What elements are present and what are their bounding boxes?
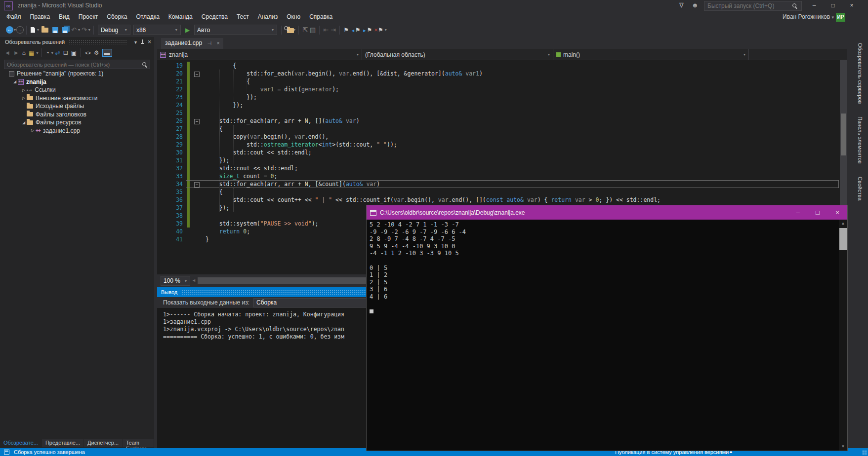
collapse-all-icon[interactable]: ⊟ — [63, 49, 68, 56]
undo-icon[interactable]: ↶ — [71, 26, 77, 34]
start-debug-icon[interactable]: ▶ — [185, 27, 190, 34]
tree-item[interactable]: Решение "znanija" (проектов: 1) — [0, 70, 154, 78]
tree-item[interactable]: Исходные файлы — [0, 102, 154, 111]
avatar[interactable]: ИР — [836, 13, 845, 22]
code-line[interactable]: 32 std::cout << std::endl; — [157, 164, 840, 172]
side-tab-2[interactable]: Панель элементов — [852, 112, 863, 168]
unindent-icon[interactable]: ⇤ — [323, 26, 329, 34]
menu-item-10[interactable]: Анализ — [253, 12, 283, 22]
properties-wrench-icon[interactable]: ⚙ — [94, 49, 99, 56]
sync-with-active-document-icon[interactable]: ⇄ — [55, 49, 60, 56]
tree-item[interactable]: ◢++znanija — [0, 78, 154, 86]
dock-tab[interactable]: Диспетчер... — [84, 439, 122, 447]
pin-icon[interactable]: ⊣ — [207, 40, 212, 46]
tree-item[interactable]: ▷++задание1.cpp — [0, 127, 154, 135]
side-tab-3[interactable]: Свойства — [852, 172, 863, 205]
tree-collapsed-arrow-icon[interactable]: ▷ — [21, 96, 27, 100]
dock-tab[interactable]: Обозревате... — [0, 439, 41, 447]
next-bookmark-icon[interactable]: ►⚑ — [363, 26, 372, 34]
code-line[interactable]: 36 std::cout << count++ << " | " << std:… — [157, 196, 840, 204]
output-source-dropdown[interactable]: Сборка▾ — [253, 298, 378, 307]
scrollbar-thumb[interactable] — [841, 114, 846, 155]
maximize-button[interactable]: □ — [825, 0, 841, 11]
account-name[interactable]: Иван Рогожников ▾ — [783, 13, 834, 20]
menu-item-9[interactable]: Тест — [232, 12, 253, 22]
close-icon[interactable]: × — [217, 40, 220, 46]
bookmark-icon[interactable]: ⚑ — [343, 27, 349, 34]
menu-item-6[interactable]: Отладка — [131, 12, 164, 22]
project-dropdown[interactable]: ++ znanija ▾ — [157, 49, 362, 60]
menu-item-1[interactable]: Файл — [2, 12, 26, 22]
resize-grip[interactable] — [862, 450, 867, 455]
switch-views-icon[interactable]: ▦ — [29, 49, 34, 56]
scrollbar-thumb[interactable] — [839, 228, 847, 250]
menu-item-11[interactable]: Окно — [282, 12, 305, 22]
code-line[interactable]: 30 std::cout << std::endl; — [157, 149, 840, 156]
fold-collapse-icon[interactable]: − — [194, 72, 200, 77]
menu-item-12[interactable]: Справка — [305, 12, 337, 22]
menu-item-4[interactable]: Проект — [74, 12, 103, 22]
code-line[interactable]: 28 copy(var.begin(), var.end(), — [157, 133, 840, 141]
menu-item-7[interactable]: Команда — [164, 12, 197, 22]
forward-icon[interactable]: ► — [13, 49, 19, 56]
menu-item-3[interactable]: Вид — [54, 12, 74, 22]
scope-dropdown[interactable]: (Глобальная область) ▾ — [362, 49, 553, 60]
scroll-up-icon[interactable]: ▲ — [839, 220, 847, 228]
menu-item-2[interactable]: Правка — [26, 12, 55, 22]
feedback-person-icon[interactable]: ☻ — [692, 1, 699, 9]
dock-tab[interactable]: Team Explorer — [123, 439, 154, 447]
code-line[interactable]: 22 var1 = dist(generator); — [157, 85, 840, 93]
code-line[interactable]: 31 }); — [157, 156, 840, 164]
chevron-down-icon[interactable]: ▾ — [14, 28, 16, 32]
tree-item[interactable]: Файлы заголовков — [0, 111, 154, 119]
feedback-funnel-icon[interactable]: ∇ — [679, 1, 684, 9]
chevron-down-icon[interactable]: ▾ — [51, 51, 53, 55]
chevron-down-icon[interactable]: ▾ — [36, 51, 38, 55]
solution-explorer-search-input[interactable] — [4, 60, 150, 69]
code-line[interactable]: 27 { — [157, 125, 840, 133]
pin-icon[interactable] — [141, 39, 144, 44]
save-all-icon[interactable] — [62, 27, 68, 33]
tree-item[interactable]: ◢Файлы ресурсов — [0, 118, 154, 127]
mode-dropdown[interactable]: Авто▾ — [194, 25, 277, 35]
new-file-icon[interactable] — [31, 27, 35, 33]
tree-expanded-arrow-icon[interactable]: ◢ — [12, 79, 18, 84]
console-close-button[interactable]: × — [827, 205, 847, 220]
code-line[interactable]: 35 { — [157, 188, 840, 196]
open-file-icon[interactable] — [41, 28, 48, 33]
clear-bookmarks-icon[interactable]: ×⚑ — [374, 26, 383, 34]
code-line[interactable]: 26− std::for_each(arr, arr + N, [](auto&… — [157, 117, 840, 125]
navigate-back-icon[interactable]: ← — [6, 26, 13, 34]
view-code-icon[interactable]: <> — [85, 50, 91, 56]
fold-collapse-icon[interactable]: − — [194, 119, 200, 124]
chevron-down-icon[interactable]: ▾ — [78, 28, 80, 32]
redo-icon[interactable]: ↷ — [82, 26, 87, 34]
console-window[interactable]: C:\Users\oldbr\source\repos\znanija\Debu… — [366, 205, 848, 451]
comment-icon[interactable]: ▤ — [310, 26, 316, 34]
home-icon[interactable]: ⌂ — [22, 49, 26, 56]
chevron-down-icon[interactable]: ▾ — [37, 28, 39, 32]
console-scrollbar[interactable]: ▲ ▼ — [839, 220, 847, 451]
back-icon[interactable]: ◄ — [4, 49, 10, 56]
console-title-bar[interactable]: C:\Users\oldbr\source\repos\znanija\Debu… — [367, 205, 847, 220]
indent-icon[interactable]: ⇥ — [331, 26, 336, 34]
scroll-down-icon[interactable]: ▼ — [839, 443, 847, 451]
preview-selected-items-icon[interactable]: ▬ — [102, 49, 112, 57]
console-minimize-button[interactable]: – — [788, 205, 808, 220]
show-all-files-icon[interactable]: ▣ — [71, 49, 77, 56]
tree-collapsed-arrow-icon[interactable]: ▷ — [21, 88, 27, 92]
configuration-dropdown[interactable]: Debug▾ — [98, 25, 130, 35]
tree-item[interactable]: ▷▪-▪Ссылки — [0, 86, 154, 94]
side-tab-1[interactable]: Обозреватель серверов — [852, 38, 863, 108]
chevron-down-icon[interactable]: ▾ — [88, 28, 90, 32]
console-maximize-button[interactable]: □ — [808, 205, 827, 220]
tree-item[interactable]: ▷Внешние зависимости — [0, 94, 154, 103]
chevron-down-icon[interactable]: ▾ — [385, 28, 387, 32]
code-line[interactable]: 29 std::ostream_iterator<int>(std::cout,… — [157, 141, 840, 149]
tree-expanded-arrow-icon[interactable]: ◢ — [21, 120, 27, 125]
previous-bookmark-icon[interactable]: ◄⚑ — [351, 26, 361, 34]
code-line[interactable]: 24 }); — [157, 101, 840, 109]
document-tab[interactable]: задание1.cpp ⊣ × — [161, 38, 223, 49]
tree-collapsed-arrow-icon[interactable]: ▷ — [30, 128, 36, 133]
navigate-to-icon[interactable]: ⇱ — [302, 26, 308, 34]
